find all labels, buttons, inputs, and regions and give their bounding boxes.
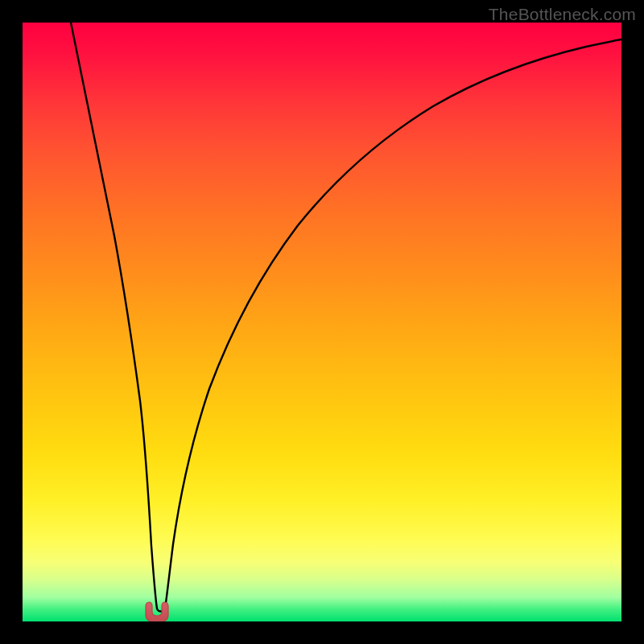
plot-area — [23, 23, 621, 621]
optimal-point-marker-shape — [146, 602, 168, 621]
bottleneck-curve — [23, 23, 621, 621]
outer-frame: TheBottleneck.com — [0, 0, 644, 644]
curve-path — [71, 23, 621, 612]
optimal-point-marker — [143, 601, 171, 621]
watermark-text: TheBottleneck.com — [489, 5, 636, 24]
